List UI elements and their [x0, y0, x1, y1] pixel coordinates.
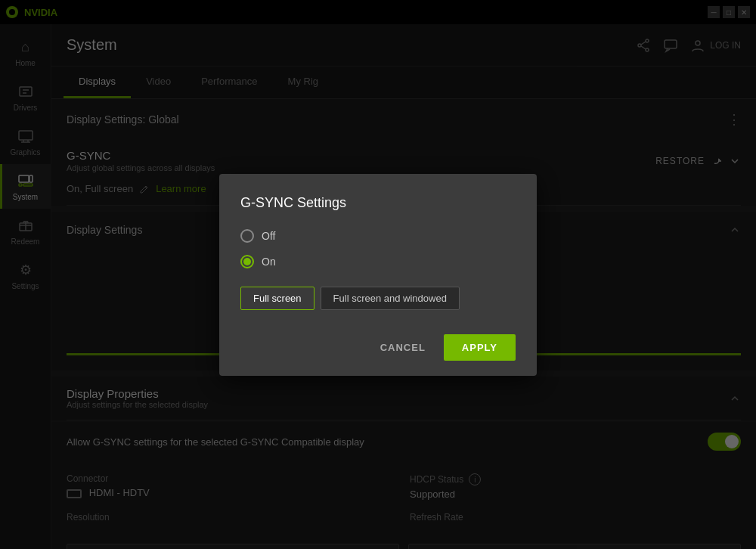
modal-footer: CANCEL APPLY [240, 331, 516, 361]
modal-overlay: G-SYNC Settings Off On Full screen Full … [0, 0, 756, 549]
fullscreen-windowed-button[interactable]: Full screen and windowed [321, 287, 460, 310]
fullscreen-button[interactable]: Full screen [240, 287, 314, 310]
radio-off-label: Off [262, 230, 275, 242]
radio-on-circle [240, 255, 254, 268]
mode-buttons: Full screen Full screen and windowed [240, 287, 516, 310]
radio-off[interactable]: Off [240, 229, 516, 243]
gsync-settings-modal: G-SYNC Settings Off On Full screen Full … [219, 174, 537, 376]
apply-button[interactable]: APPLY [444, 334, 516, 361]
modal-title: G-SYNC Settings [240, 195, 516, 211]
radio-off-circle [240, 229, 254, 243]
radio-on[interactable]: On [240, 255, 516, 268]
radio-on-label: On [262, 256, 276, 268]
cancel-button[interactable]: CANCEL [371, 336, 435, 359]
radio-group: Off On [240, 229, 516, 268]
